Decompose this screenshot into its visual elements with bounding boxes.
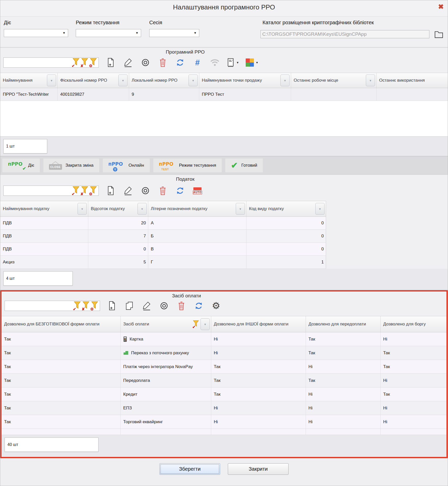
column-filter-dropdown[interactable]: ▾ xyxy=(280,75,290,86)
column-header-fiscal-number[interactable]: Фіскальний номер РРО▾ xyxy=(58,73,129,88)
delete-button[interactable] xyxy=(176,300,187,311)
column-header-last-usage[interactable]: Останнє використання xyxy=(377,73,448,88)
browse-folder-button[interactable] xyxy=(433,29,444,40)
receipt-menu-button[interactable]: ▼ xyxy=(227,58,239,67)
table-row[interactable]: ПДВ 7 Б 0 xyxy=(0,230,326,243)
status-prro-online[interactable]: пРРО Онлайн xyxy=(103,159,150,172)
filter-apply-icon[interactable]: ✔ xyxy=(72,58,80,67)
table-row[interactable]: Так ЕПЗ Ні Ні Ні xyxy=(2,401,446,415)
payment-section-title: Засіб оплати xyxy=(2,293,371,299)
cell-allowed-prepayment: Ні xyxy=(306,415,381,429)
edit-button[interactable] xyxy=(123,185,133,196)
hash-icon: # xyxy=(195,58,200,67)
refresh-button[interactable] xyxy=(193,300,204,311)
pro-toolbar: ✔ ✘ ⚙ # ▼ ▼ xyxy=(3,57,258,68)
column-header-allowed-cashless[interactable]: Дозволено для БЕЗГОТІВКОВОЇ форми оплати xyxy=(2,316,121,332)
test-mode-combobox[interactable]: ▼ xyxy=(76,29,141,37)
column-header-sale-point[interactable]: Найменування точки продажу▾ xyxy=(199,73,291,88)
add-button[interactable] xyxy=(105,185,116,196)
add-button[interactable] xyxy=(105,57,116,68)
column-header-allowed-prepayment[interactable]: Дозволено для передоплати xyxy=(306,316,381,332)
active-filter-icon[interactable]: ✔ xyxy=(192,320,200,328)
settings-button[interactable]: ⚙ xyxy=(211,300,221,311)
table-row[interactable]: ПДВ 20 А 0 xyxy=(0,217,326,230)
column-filter-dropdown[interactable]: ▾ xyxy=(366,75,375,86)
column-header-name[interactable]: Найменування▾ xyxy=(0,73,58,88)
table-row[interactable]: Так Передоплата Так Так Ні xyxy=(2,374,446,387)
save-button[interactable]: Зберегти xyxy=(159,463,220,475)
column-header-local-number[interactable]: Локальний номер РРО▾ xyxy=(129,73,199,88)
close-icon[interactable]: ✖ xyxy=(438,3,444,11)
status-ready[interactable]: ✔ Готовий xyxy=(225,159,263,172)
action-combobox[interactable]: ▼ xyxy=(4,29,68,37)
cell-allowed-other: Ні xyxy=(211,346,306,360)
refresh-button[interactable] xyxy=(175,57,185,68)
table-row[interactable]: Так Кредит Так Ні Так xyxy=(2,387,446,401)
column-header-payment-method[interactable]: Засіб оплати ✔ ▾ xyxy=(121,316,211,332)
delete-button[interactable] xyxy=(157,185,168,196)
edit-button[interactable] xyxy=(123,57,133,68)
filter-clear-icon[interactable]: ✘ xyxy=(82,301,90,310)
filter-settings-icon[interactable]: ⚙ xyxy=(90,301,99,310)
cell-allowed-debt: Так xyxy=(381,360,446,373)
column-header-last-workplace[interactable]: Останнє робоче місце▾ xyxy=(291,73,377,88)
payment-table: Дозволено для БЕЗГОТІВКОВОЇ форми оплати… xyxy=(2,316,446,435)
status-prro-test-mode[interactable]: пРРОTEST Режим тестування xyxy=(153,159,222,172)
filter-clear-icon[interactable]: ✘ xyxy=(80,186,89,195)
filter-apply-icon[interactable]: ✔ xyxy=(72,186,80,195)
tax-search-input[interactable] xyxy=(4,186,72,196)
trash-icon xyxy=(159,186,166,195)
dialog-window: Налаштування програмного РРО ✖ Діє ▼ Реж… xyxy=(0,0,448,486)
table-row[interactable]: Так Торговий еквайринг Ні Ні Ні xyxy=(2,415,446,429)
column-header-tax-percent[interactable]: Відсоток податку▾ xyxy=(88,201,148,216)
filter-settings-icon[interactable]: ⚙ xyxy=(89,186,98,195)
column-filter-dropdown[interactable]: ▾ xyxy=(315,203,325,215)
edit-button[interactable] xyxy=(141,300,152,311)
cell-allowed-prepayment: Так xyxy=(306,374,381,387)
column-filter-dropdown[interactable]: ▾ xyxy=(201,318,210,330)
refresh-button[interactable] xyxy=(175,185,185,196)
payment-search-input[interactable] xyxy=(5,301,73,311)
copy-button[interactable] xyxy=(124,300,135,311)
table-row[interactable]: Так Картка Ні Так Ні xyxy=(2,332,446,346)
delete-button[interactable] xyxy=(157,57,168,68)
tax-record-count: 4 шт xyxy=(3,271,73,286)
column-header-allowed-debt[interactable]: Дозволено для боргу xyxy=(381,316,446,332)
crypto-path-input[interactable] xyxy=(260,30,429,38)
table-row[interactable]: ПДВ 0 В 0 xyxy=(0,243,326,256)
table-row[interactable]: Так Платіж через інтегратора NovaPay Так… xyxy=(2,360,446,374)
column-header-tax-letter[interactable]: Літерне позначення податку▾ xyxy=(148,201,246,216)
column-header-tax-name[interactable]: Найменування податку▾ xyxy=(0,201,88,216)
view-button[interactable] xyxy=(140,185,151,196)
view-button[interactable] xyxy=(140,57,151,68)
pro-search-input[interactable] xyxy=(4,58,72,67)
table-row[interactable]: Акциз 5 Г 1 xyxy=(0,256,326,269)
column-filter-dropdown[interactable]: ▾ xyxy=(118,75,128,86)
view-button[interactable] xyxy=(159,300,169,311)
column-filter-dropdown[interactable]: ▾ xyxy=(78,203,87,215)
close-button[interactable]: Закрити xyxy=(228,463,289,475)
status-closed-shift[interactable]: CLOSE Закрита зміна xyxy=(43,159,99,172)
auto-fill-button[interactable]: AUTO xyxy=(192,185,203,196)
table-row[interactable]: ПРРО "Тест-TechWriter 4001029827 9 ПРРО … xyxy=(0,88,448,101)
filter-settings-icon[interactable]: ⚙ xyxy=(89,58,98,67)
column-filter-dropdown[interactable]: ▾ xyxy=(47,75,56,86)
tax-section-head: Податок ✔ ✘ ⚙ AUTO xyxy=(0,174,448,201)
add-button[interactable] xyxy=(107,300,117,311)
session-combobox[interactable]: ▼ xyxy=(149,29,199,37)
column-filter-dropdown[interactable]: ▾ xyxy=(236,203,245,215)
column-filter-dropdown[interactable]: ▾ xyxy=(138,203,147,215)
column-header-tax-code[interactable]: Код виду податку▾ xyxy=(246,201,326,216)
status-prro-active[interactable]: пРРО✔ Діє xyxy=(2,159,40,172)
cell-allowed-cashless: Так xyxy=(2,415,121,429)
filter-clear-icon[interactable]: ✘ xyxy=(80,58,89,67)
column-header-allowed-other[interactable]: Дозволено для ІНШОЇ форми оплати xyxy=(211,316,306,332)
pro-status-bar: пРРО✔ Діє CLOSE Закрита зміна пРРО Онлай… xyxy=(0,156,448,174)
connection-button[interactable] xyxy=(209,57,220,68)
color-legend-button[interactable]: ▼ xyxy=(246,58,258,67)
column-filter-dropdown[interactable]: ▾ xyxy=(189,75,198,86)
bank-transfer-icon xyxy=(123,351,129,355)
filter-apply-icon[interactable]: ✔ xyxy=(73,301,82,310)
fiscal-number-button[interactable]: # xyxy=(192,57,203,68)
table-row[interactable]: Так Переказ з поточного рахунку Ні Так Т… xyxy=(2,346,446,360)
